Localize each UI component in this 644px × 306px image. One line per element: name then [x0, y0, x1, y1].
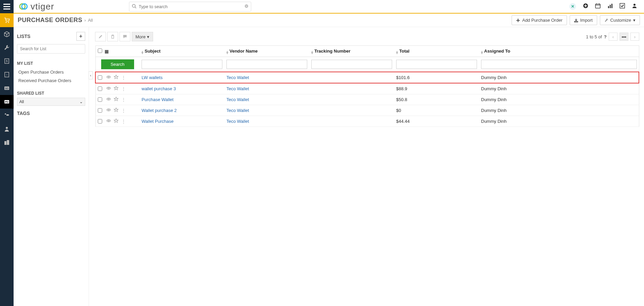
eye-icon[interactable]	[106, 118, 111, 124]
extension-badge-icon[interactable]: ✕	[569, 3, 576, 10]
table-row[interactable]: ⋮Purchase WalletTeco Wallet$50.8Dummy Di…	[95, 94, 639, 105]
row-subject[interactable]: wallet purchase 3	[142, 86, 176, 91]
filter-total-input[interactable]	[396, 60, 477, 69]
eye-icon[interactable]	[106, 97, 111, 102]
table-row[interactable]: ⋮Wallet purchase 2Teco Wallet$0Dummy Din…	[95, 105, 639, 116]
rail-so-icon[interactable]: SO	[0, 81, 14, 95]
rail-person-icon[interactable]	[0, 122, 14, 136]
comment-button[interactable]	[119, 32, 130, 41]
col-vendor[interactable]: Vendor Name	[229, 49, 258, 54]
kebab-icon[interactable]: ⋮	[121, 97, 126, 102]
table-row[interactable]: ⋮LW walletsTeco Wallet$101.6Dummy Dinh	[95, 72, 639, 83]
top-icons: ✕	[569, 3, 644, 10]
sort-icon[interactable]: ▴▾	[396, 51, 398, 54]
rail-signpost-icon[interactable]	[0, 109, 14, 122]
row-subject[interactable]: Wallet Purchase	[142, 119, 173, 124]
search-button[interactable]: Search	[101, 59, 134, 69]
reports-icon[interactable]	[607, 3, 613, 10]
calendar-icon[interactable]	[595, 3, 601, 10]
more-button[interactable]: More▾	[132, 32, 153, 41]
edit-button[interactable]	[95, 32, 106, 41]
row-checkbox[interactable]	[98, 108, 102, 113]
star-icon[interactable]	[114, 86, 118, 92]
col-assigned[interactable]: Assigned To	[484, 49, 510, 54]
table-row[interactable]: ⋮wallet purchase 3Teco Wallet$88.9Dummy …	[95, 83, 639, 94]
row-checkbox[interactable]	[98, 87, 102, 91]
user-icon[interactable]	[632, 3, 637, 10]
filter-subject-input[interactable]	[142, 60, 222, 69]
col-total[interactable]: Total	[399, 49, 409, 54]
search-dropdown-icon[interactable]	[244, 4, 249, 9]
tasks-icon[interactable]	[620, 3, 625, 10]
search-icon	[132, 4, 136, 9]
row-subject[interactable]: Wallet purchase 2	[142, 108, 177, 113]
star-icon[interactable]	[114, 75, 118, 80]
kebab-icon[interactable]: ⋮	[121, 75, 126, 80]
grid-view-icon[interactable]: ▦	[105, 49, 109, 54]
rail-building-icon[interactable]	[0, 136, 14, 149]
rail-wrench-icon[interactable]	[0, 41, 14, 54]
svg-point-12	[633, 4, 636, 6]
svg-point-29	[108, 98, 109, 100]
quick-create-icon[interactable]	[583, 3, 588, 10]
import-button[interactable]: Import	[570, 15, 597, 25]
sharedlist-select[interactable]: All⌄	[17, 98, 85, 106]
row-vendor[interactable]: Teco Wallet	[226, 108, 249, 113]
star-icon[interactable]	[114, 118, 118, 124]
svg-text:PO: PO	[5, 101, 9, 103]
sidebar-item-open-po[interactable]: Open Purchase Orders	[17, 68, 85, 76]
kebab-icon[interactable]: ⋮	[121, 119, 126, 124]
eye-icon[interactable]	[106, 108, 111, 113]
add-list-button[interactable]: +	[76, 32, 85, 41]
sort-icon[interactable]: ▴▾	[481, 51, 483, 54]
col-subject[interactable]: Subject	[145, 49, 161, 54]
row-checkbox[interactable]	[98, 97, 102, 102]
filter-vendor-input[interactable]	[226, 60, 307, 69]
row-checkbox[interactable]	[98, 119, 102, 123]
star-icon[interactable]	[114, 97, 118, 102]
row-vendor[interactable]: Teco Wallet	[226, 119, 249, 124]
rail-po-icon[interactable]: PO	[0, 95, 14, 109]
row-vendor[interactable]: Teco Wallet	[226, 75, 249, 80]
row-vendor[interactable]: Teco Wallet	[226, 97, 249, 102]
row-subject[interactable]: Purchase Wallet	[142, 97, 173, 102]
filter-assigned-input[interactable]	[481, 60, 637, 69]
page-next-button[interactable]: ›	[630, 33, 639, 41]
add-purchase-order-button[interactable]: Add Purchase Order	[512, 15, 567, 25]
collapse-sidebar-button[interactable]: ‹	[89, 71, 93, 79]
row-vendor[interactable]: Teco Wallet	[226, 86, 249, 91]
global-search-input[interactable]	[129, 2, 251, 12]
page-jump-button[interactable]: •••	[620, 33, 628, 41]
rail-invoice-s-icon[interactable]: $	[0, 54, 14, 68]
col-tracking[interactable]: Tracking Number	[314, 49, 350, 54]
rail-invoice-i-icon[interactable]: I	[0, 68, 14, 81]
sort-icon[interactable]: ▴▾	[226, 51, 228, 54]
kebab-icon[interactable]: ⋮	[121, 108, 126, 113]
sidebar-item-received-po[interactable]: Received Purchase Orders	[17, 76, 85, 85]
row-subject[interactable]: LW wallets	[142, 75, 163, 80]
row-checkbox[interactable]	[98, 75, 102, 80]
select-all-checkbox[interactable]	[98, 49, 102, 53]
vtiger-logo-icon	[18, 2, 29, 11]
rail-shopping-icon[interactable]	[0, 14, 14, 27]
list-toolbar: More▾ 1 to 5 of ? ‹ ••• ›	[95, 32, 639, 41]
eye-icon[interactable]	[106, 75, 111, 80]
rail-box-icon[interactable]	[0, 27, 14, 41]
star-icon[interactable]	[114, 108, 118, 113]
hamburger-menu[interactable]	[0, 0, 14, 13]
sort-icon[interactable]: ▴▾	[142, 51, 143, 54]
sort-icon[interactable]: ▴▾	[311, 51, 313, 54]
row-total: $88.9	[396, 86, 407, 91]
row-total: $44.44	[396, 119, 410, 124]
filter-tracking-input[interactable]	[311, 60, 392, 69]
eye-icon[interactable]	[106, 86, 111, 92]
row-assigned: Dummy Dinh	[481, 119, 507, 124]
customize-button[interactable]: Customize ▾	[600, 15, 640, 25]
delete-button[interactable]	[107, 32, 118, 41]
page-prev-button[interactable]: ‹	[609, 33, 618, 41]
logo[interactable]: vtiger	[18, 1, 54, 12]
kebab-icon[interactable]: ⋮	[121, 86, 126, 92]
table-row[interactable]: ⋮Wallet PurchaseTeco Wallet$44.44Dummy D…	[95, 116, 639, 127]
svg-point-0	[132, 4, 135, 7]
list-search-input[interactable]	[17, 44, 85, 54]
